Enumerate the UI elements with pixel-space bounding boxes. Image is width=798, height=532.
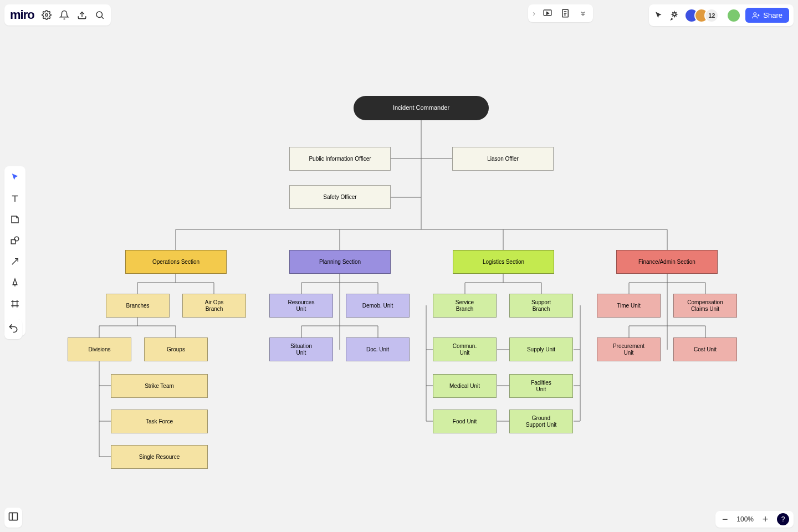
node-finance[interactable]: Finance/Admin Section [616, 250, 718, 274]
user-plus-icon [752, 12, 760, 19]
node-food[interactable]: Food Unit [433, 410, 497, 433]
notes-icon[interactable] [560, 8, 571, 19]
node-support[interactable]: Support Branch [509, 294, 573, 318]
node-pio[interactable]: Public Information Officer [289, 147, 391, 171]
node-incident-commander[interactable]: Incident Commander [354, 96, 489, 120]
node-liason[interactable]: Liason Offier [452, 147, 554, 171]
node-ground[interactable]: Ground Support Unit [509, 410, 573, 433]
svg-rect-67 [9, 513, 18, 520]
svg-point-50 [96, 12, 103, 18]
share-button[interactable]: Share [745, 8, 789, 23]
logo[interactable]: miro [10, 8, 34, 22]
top-right-toolbar-b: 12 Share [649, 4, 794, 26]
node-task[interactable]: Task Force [111, 410, 208, 433]
node-comp[interactable]: Compensation Claims Unit [673, 294, 737, 318]
settings-icon[interactable] [41, 9, 52, 21]
top-left-toolbar: miro [4, 4, 111, 25]
node-branches[interactable]: Branches [106, 294, 170, 318]
svg-point-60 [14, 237, 19, 241]
left-toolbar [4, 166, 25, 336]
canvas[interactable]: Incident Commander Public Information Of… [0, 0, 798, 532]
chevron-right-icon[interactable]: › [533, 9, 535, 18]
arrow-tool[interactable] [7, 255, 23, 268]
node-time[interactable]: Time Unit [597, 294, 661, 318]
svg-line-61 [12, 259, 18, 265]
node-situation[interactable]: Situation Unit [269, 337, 333, 361]
help-button[interactable]: ? [777, 513, 789, 525]
frames-panel-toggle[interactable] [4, 508, 22, 528]
zoom-out-button[interactable]: − [720, 514, 730, 525]
participant-avatars[interactable]: 12 [684, 8, 719, 23]
zoom-level[interactable]: 100% [736, 515, 754, 523]
node-logistics[interactable]: Logistics Section [453, 250, 554, 274]
node-medical[interactable]: Medical Unit [433, 374, 497, 398]
node-divisions[interactable]: Divisions [68, 337, 131, 361]
reactions-icon[interactable] [669, 10, 680, 21]
sticky-tool[interactable] [7, 213, 23, 226]
zoom-in-button[interactable]: + [760, 514, 770, 525]
avatar-self[interactable] [727, 8, 741, 23]
chevron-down-icon[interactable] [577, 8, 589, 19]
search-icon[interactable] [94, 9, 105, 21]
text-tool[interactable] [7, 192, 23, 205]
node-strike[interactable]: Strike Team [111, 374, 208, 398]
top-right-toolbar-a: › [528, 4, 593, 22]
node-supply[interactable]: Supply Unit [509, 337, 573, 361]
node-proc[interactable]: Procurement Unit [597, 337, 661, 361]
node-facilities[interactable]: Facilties Unit [509, 374, 573, 398]
share-label: Share [763, 11, 782, 19]
bell-icon[interactable] [59, 9, 70, 21]
node-resources[interactable]: Resources Unit [269, 294, 333, 318]
node-demob[interactable]: Demob. Unit [346, 294, 410, 318]
present-icon[interactable] [542, 8, 553, 19]
node-planning[interactable]: Planning Section [289, 250, 391, 274]
node-cost[interactable]: Cost Unit [673, 337, 737, 361]
node-operations[interactable]: Operations Section [125, 250, 227, 274]
avatar-count[interactable]: 12 [704, 8, 719, 23]
shape-tool[interactable] [7, 234, 23, 247]
undo-button[interactable] [4, 319, 22, 339]
node-doc[interactable]: Doc. Unit [346, 337, 410, 361]
node-service[interactable]: Service Branch [433, 294, 497, 318]
node-safety[interactable]: Safety Officer [289, 185, 391, 209]
select-tool[interactable] [7, 171, 23, 184]
node-airops[interactable]: Air Ops Branch [182, 294, 246, 318]
zoom-controls: − 100% + ? [715, 511, 794, 528]
svg-point-56 [754, 12, 756, 15]
pen-tool[interactable] [7, 276, 23, 289]
frame-tool[interactable] [7, 297, 23, 310]
cursor-icon[interactable] [653, 10, 664, 21]
export-icon[interactable] [76, 9, 88, 21]
node-groups[interactable]: Groups [144, 337, 208, 361]
node-single[interactable]: Single Resource [111, 445, 208, 469]
svg-point-49 [45, 14, 48, 17]
node-commun[interactable]: Commun. Unit [433, 337, 497, 361]
